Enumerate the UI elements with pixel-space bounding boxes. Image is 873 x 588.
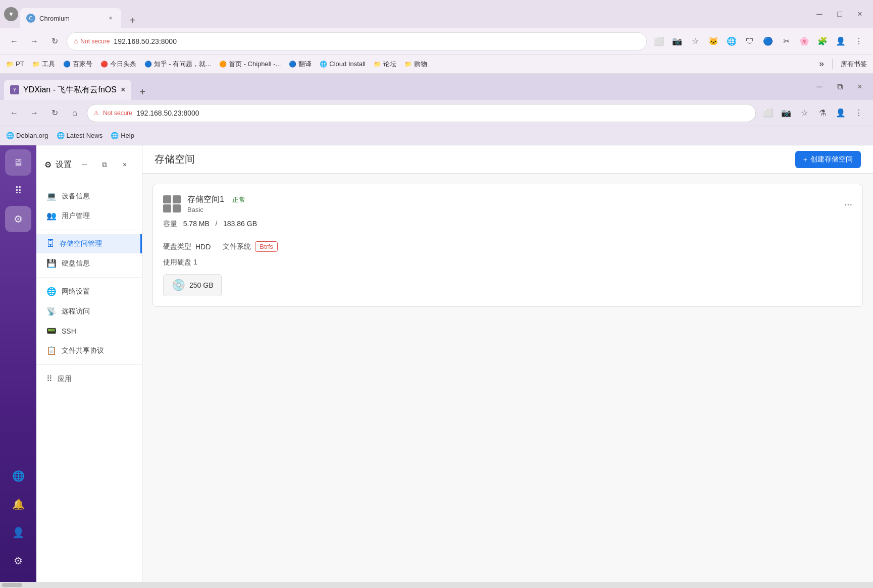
inner-profile-btn[interactable]: 👤 [833, 105, 849, 121]
network-settings-icon: 🌐 [46, 287, 57, 296]
nav-network[interactable]: 🌐 网络设置 [36, 282, 142, 301]
inner-minimize-button[interactable]: ─ [810, 78, 829, 96]
inner-close-button[interactable]: × [851, 78, 869, 96]
new-tab-button[interactable]: + [124, 12, 140, 28]
create-storage-button[interactable]: + 创建存储空间 [795, 151, 861, 168]
extension4-button[interactable]: 🔵 [760, 33, 776, 49]
nav-remote[interactable]: 📡 远程访问 [36, 301, 142, 321]
bookmark-baijiahao[interactable]: 🔵 百家号 [63, 60, 92, 69]
browser-reload-button[interactable]: ↻ [46, 33, 63, 49]
extensions-button[interactable]: 🧩 [814, 33, 831, 49]
sidebar-icon-notifications[interactable]: 🔔 [5, 491, 31, 517]
storage-more-button[interactable]: ··· [844, 198, 852, 210]
inner-menu-btn[interactable]: ⋮ [851, 105, 867, 121]
bookmark-cloudinstall[interactable]: 🌐 Cloud Install [320, 60, 366, 68]
bookmark-translate[interactable]: 🔵 翻译 [289, 60, 312, 69]
bookmark-toutiao[interactable]: 🔴 今日头条 [100, 60, 136, 69]
bookmark-shop[interactable]: 📁 购物 [404, 60, 427, 69]
browser-back-button[interactable]: ← [6, 33, 22, 49]
disk-count-text: 使用硬盘 1 [163, 258, 197, 266]
nav-storage-mgmt[interactable]: 🗄 存储空间管理 [36, 234, 142, 253]
inner-address-bar[interactable]: ⚠ Not secure 192.168.50.23:8000 [87, 104, 756, 122]
bookmark-forum[interactable]: 📁 论坛 [374, 60, 396, 69]
browser-menu-dots[interactable]: ⋮ [851, 33, 867, 49]
device-info-icon: 💻 [46, 191, 57, 201]
inner-bookmark-help[interactable]: 🌐 Help [111, 132, 134, 139]
bookmark-chiphell[interactable]: 🟠 首页 - Chiphell -... [219, 60, 281, 69]
settings-close[interactable]: × [116, 155, 134, 174]
storage-status: 正常 [232, 195, 245, 204]
bookmark-toutiao-icon: 🔴 [100, 61, 108, 68]
browser-close-button[interactable]: × [851, 5, 869, 23]
settings-minimize[interactable]: ─ [75, 155, 93, 174]
sidebar-icon-desktop[interactable]: 🖥 [5, 149, 31, 176]
bookmark-tools[interactable]: 📁 工具 [32, 60, 55, 69]
inner-translate-btn[interactable]: ⬜ [760, 105, 776, 121]
extension3-button[interactable]: 🛡 [742, 33, 758, 49]
bookmark-pt-label: PT [16, 60, 24, 68]
nav-user-mgmt[interactable]: 👥 用户管理 [36, 206, 142, 226]
nav-ssh[interactable]: 📟 SSH [36, 321, 142, 341]
bookmark-shop-label: 购物 [414, 60, 427, 69]
extension6-button[interactable]: 🌸 [796, 33, 812, 49]
inner-back-button[interactable]: ← [6, 105, 22, 121]
inner-flask-btn[interactable]: ⚗ [814, 105, 831, 121]
extension2-button[interactable]: 🌐 [724, 33, 740, 49]
app-content: 🖥 ⠿ ⚙ 🌐 🔔 👤 [0, 145, 873, 582]
storage-name-row: 存储空间1 正常 [187, 194, 245, 205]
tab-favicon: C [26, 14, 35, 23]
translate-button[interactable]: ⬜ [651, 33, 667, 49]
sidebar-icon-system[interactable]: ⚙ [5, 548, 31, 574]
settings-maximize[interactable]: ⧉ [95, 155, 114, 174]
inner-reload-button[interactable]: ↻ [46, 105, 63, 121]
nav-disk-info[interactable]: 💾 硬盘信息 [36, 253, 142, 273]
browser-minimize-button[interactable]: ─ [810, 5, 829, 23]
nav-device-info[interactable]: 💻 设备信息 [36, 186, 142, 206]
inner-bookmark-news[interactable]: 🌐 Latest News [57, 132, 103, 139]
scroll-thumb[interactable] [2, 583, 22, 587]
storage-card-header: 存储空间1 正常 Basic ··· [163, 194, 852, 213]
all-bookmarks[interactable]: 所有书签 [841, 60, 867, 69]
sidebar-icon-network[interactable]: 🌐 [5, 463, 31, 489]
user-mgmt-label: 用户管理 [62, 211, 90, 221]
sidebar-icon-user[interactable]: 👤 [5, 519, 31, 546]
browser-maximize-button[interactable]: □ [831, 5, 849, 23]
inner-tab-title: YDXian - 飞牛私有云fnOS [23, 85, 117, 95]
inner-tab-close[interactable]: × [121, 85, 125, 94]
inner-maximize-button[interactable]: ⧉ [831, 78, 849, 96]
tab-close-button[interactable]: × [106, 14, 115, 23]
profile-button[interactable]: 👤 [833, 33, 849, 49]
inner-screenshot-btn[interactable]: 📷 [778, 105, 794, 121]
nav-divider-3 [36, 364, 142, 365]
bookmark-pt[interactable]: 📁 PT [6, 60, 24, 68]
settings-panel-header: ⚙ 设置 ─ ⧉ × [36, 151, 142, 182]
inner-bookmark-debian[interactable]: 🌐 Debian.org [6, 132, 48, 139]
browser-tab-chromium[interactable]: C Chromium × [20, 8, 121, 28]
inner-nav-bar: ← → ↻ ⌂ ⚠ Not secure 192.168.50.23:8000 … [0, 100, 873, 126]
storage-card-title-group: 存储空间1 正常 Basic [163, 194, 245, 213]
inner-bookmark-btn[interactable]: ☆ [796, 105, 812, 121]
bookmark-button[interactable]: ☆ [687, 33, 703, 49]
sidebar-icon-apps[interactable]: ⠿ [5, 178, 31, 204]
browser-forward-button[interactable]: → [26, 33, 42, 49]
inner-forward-button[interactable]: → [26, 105, 42, 121]
screenshot-button[interactable]: 📷 [669, 33, 685, 49]
extension1-button[interactable]: 🐱 [705, 33, 722, 49]
browser-title-bar: ▼ C Chromium × + ─ □ × [0, 0, 873, 28]
browser-menu-button[interactable]: ▼ [4, 7, 18, 21]
nav-apps[interactable]: ⠿ 应用 [36, 369, 142, 389]
disk-item-1[interactable]: 💿 250 GB [163, 274, 222, 296]
inner-tab-fnos[interactable]: Y YDXian - 飞牛私有云fnOS × [4, 80, 131, 100]
inner-bookmark-news-label: Latest News [67, 132, 103, 139]
sidebar-icon-settings[interactable]: ⚙ [5, 206, 31, 232]
bookmarks-more[interactable]: » [819, 59, 824, 69]
bottom-scrollbar[interactable] [0, 582, 873, 588]
nav-file-share[interactable]: 📋 文件共享协议 [36, 341, 142, 360]
inner-home-button[interactable]: ⌂ [67, 105, 83, 121]
bookmark-shop-icon: 📁 [404, 61, 412, 68]
browser-address-bar[interactable]: ⚠ Not secure 192.168.50.23:8000 [67, 32, 647, 50]
inner-new-tab-button[interactable]: + [134, 84, 150, 100]
network-label: 网络设置 [62, 287, 90, 296]
extension5-button[interactable]: ✂ [778, 33, 794, 49]
bookmark-zhihu[interactable]: 🔵 知乎 - 有问题，就... [144, 60, 211, 69]
